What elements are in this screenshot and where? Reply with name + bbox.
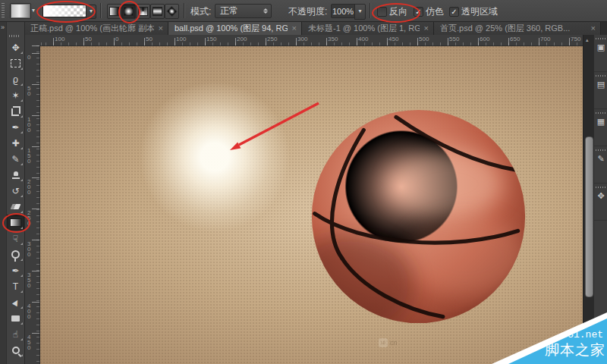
angle-gradient-icon <box>138 7 148 16</box>
dock-panel-icon-5[interactable]: ✥ <box>594 184 607 221</box>
ruler-tick-label: 500 <box>419 36 429 42</box>
tool-eyedropper[interactable]: ✒ <box>7 119 24 135</box>
scroll-up-icon[interactable]: ▴ <box>586 37 589 43</box>
ruler-tick-label: 150 <box>206 36 216 42</box>
tool-healing-brush[interactable]: ✚ <box>7 135 24 151</box>
basketball-image <box>310 108 527 325</box>
panel-icon: ▤ <box>594 80 607 89</box>
ruler-tick-label: 150 <box>27 148 33 164</box>
ruler-tick-label: 650 <box>510 36 520 42</box>
tab-label: ball.psd @ 100% (图层 94, RGB/8) * <box>175 23 288 34</box>
tool-dodge[interactable] <box>7 246 24 262</box>
magic-wand-icon: ✶ <box>11 91 19 100</box>
tool-brush[interactable]: ✎ <box>7 151 24 167</box>
ruler-tick-label: 400 <box>27 303 33 319</box>
gradient-sample[interactable] <box>42 5 86 17</box>
dock-panel-icon-1[interactable]: ▣ <box>594 35 607 72</box>
tool-path-selection[interactable]: ▶ <box>7 294 24 310</box>
eraser-icon <box>11 204 21 209</box>
gradient-type-radial-button[interactable] <box>121 4 136 19</box>
dock-panel-icon-4[interactable]: ✎ <box>594 146 607 184</box>
close-icon[interactable]: × <box>292 24 297 33</box>
ruler-corner <box>24 35 40 46</box>
ruler-tick-label: 100 <box>176 36 186 42</box>
opacity-value-field[interactable]: 100% <box>331 4 355 18</box>
ruler-tick-label: 700 <box>540 36 550 42</box>
close-icon[interactable]: × <box>591 24 596 33</box>
radial-gradient-glow <box>139 81 291 233</box>
tool-move[interactable]: ✥ <box>7 39 24 55</box>
tool-rectangular-marquee[interactable] <box>7 55 24 71</box>
smudge-icon: ☟ <box>13 234 18 243</box>
tab-shouye-psd[interactable]: 首页.psd @ 25% (图层 360, RGB... × <box>434 21 601 35</box>
ruler-tick-label: 200 <box>27 179 33 195</box>
tab-untitled-1[interactable]: 未标题-1 @ 100% (图层 1, RGB/... × <box>302 21 434 35</box>
tool-lasso[interactable]: ϱ <box>7 71 24 87</box>
panel-icon: ▦ <box>594 117 607 127</box>
divider <box>100 3 101 18</box>
ruler-tick-label: 50 <box>27 86 33 96</box>
ruler-tick-label: 450 <box>388 36 398 42</box>
dither-checkbox[interactable]: ✓ <box>414 7 423 17</box>
gradient-type-reflected-button[interactable] <box>150 4 165 19</box>
mode-label: 模式: <box>190 5 211 18</box>
opacity-dropdown-icon[interactable]: ▾ <box>354 4 366 20</box>
ruler-tick-label: 250 <box>267 36 277 42</box>
gradient-type-linear-button[interactable] <box>107 4 121 19</box>
ruler-tick-label: 0 <box>27 55 33 60</box>
canvas[interactable]: ui cn <box>39 46 583 364</box>
dock-panel-icon-3[interactable]: ▦ <box>594 109 607 146</box>
document-tabbar: 正稿.psd @ 100% (画出轮廓 副本, R... × ball.psd … <box>24 21 607 35</box>
tools-panel-edge <box>0 21 7 364</box>
tool-hand[interactable]: ☝ <box>7 326 24 342</box>
collapse-panel-icon[interactable]: » <box>1 24 4 31</box>
transparency-label: 透明区域 <box>461 5 498 18</box>
tool-pen[interactable]: ✒ <box>7 262 24 278</box>
radial-gradient-icon <box>124 7 134 16</box>
zoom-tool-icon <box>12 347 20 354</box>
eyedropper-icon: ✒ <box>11 123 19 132</box>
ruler-tick-label: 0 <box>115 36 118 42</box>
hand-tool-icon: ☝ <box>13 330 18 339</box>
transparency-checkbox[interactable]: ✓ <box>449 7 459 17</box>
dither-label: 仿色 <box>426 5 444 18</box>
lasso-icon: ϱ <box>13 75 18 84</box>
tool-magic-wand[interactable]: ✶ <box>7 87 24 103</box>
tab-ball-psd[interactable]: ball.psd @ 100% (图层 94, RGB/8) * × <box>168 21 302 35</box>
tool-smudge[interactable]: ☟ <box>7 231 24 246</box>
watermark-site-name: 脚本之家 <box>545 340 605 360</box>
gradient-picker-dropdown-icon[interactable]: ▾ <box>86 5 96 19</box>
panel-icon: ✥ <box>594 191 607 201</box>
tool-crop[interactable] <box>7 103 24 119</box>
tool-clone-stamp[interactable] <box>7 167 24 183</box>
tab-label: 首页.psd @ 25% (图层 360, RGB... <box>440 23 587 34</box>
gradient-type-angle-button[interactable] <box>136 4 150 19</box>
preset-dropdown-icon[interactable]: ▾ <box>32 8 35 14</box>
tab-zhenggao-psd[interactable]: 正稿.psd @ 100% (画出轮廓 副本, R... × <box>24 21 168 35</box>
clone-stamp-icon <box>12 171 20 179</box>
ruler-tick-label: 300 <box>27 241 33 257</box>
gradient-tool-preset-icon[interactable] <box>10 3 31 19</box>
tool-gradient[interactable] <box>7 215 24 231</box>
tool-zoom[interactable] <box>7 342 24 358</box>
tool-eraser[interactable] <box>7 199 24 215</box>
mode-dropdown[interactable]: 正常 <box>215 4 272 18</box>
reverse-checkbox[interactable] <box>377 7 387 17</box>
diamond-gradient-icon <box>166 6 177 17</box>
tool-type[interactable]: T <box>7 278 24 294</box>
ruler-tick-label: 350 <box>328 36 338 42</box>
ui-cn-watermark: ui cn <box>379 338 398 347</box>
vertical-scrollbar[interactable]: ▴ <box>583 35 594 364</box>
dock-panel-icon-2[interactable]: ▤ <box>594 72 607 109</box>
path-selection-icon: ▶ <box>10 297 20 307</box>
tool-history-brush[interactable]: ↺ <box>7 183 24 199</box>
close-icon[interactable]: × <box>159 24 163 33</box>
type-tool-icon: T <box>13 282 18 291</box>
reflected-gradient-icon <box>153 7 162 16</box>
gradient-type-diamond-button[interactable] <box>165 4 179 19</box>
scrollbar-thumb[interactable] <box>585 136 593 297</box>
horizontal-ruler: 100 50 0 50 100 150 200 250 300 350 400 … <box>39 35 583 46</box>
tool-shape[interactable] <box>7 310 24 326</box>
tools-panel-grip <box>9 35 20 37</box>
close-icon[interactable]: × <box>424 24 429 33</box>
